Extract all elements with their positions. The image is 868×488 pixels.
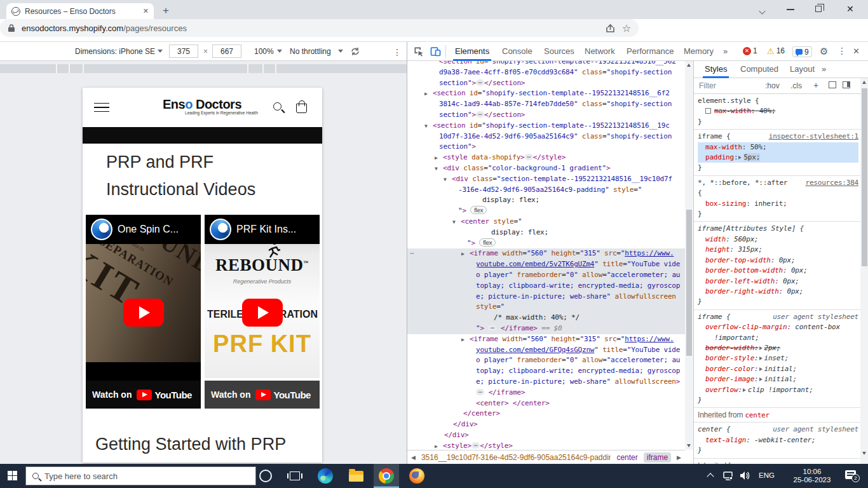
css-property[interactable]: padding:5px; [698, 152, 858, 163]
css-property[interactable]: border-top-width: 0px; [698, 255, 858, 266]
css-property[interactable]: border-bottom-width: 0px; [698, 266, 858, 276]
code-line[interactable]: </div> [407, 430, 685, 441]
css-property[interactable]: height: 315px; [698, 245, 858, 255]
share-icon[interactable] [606, 24, 616, 33]
code-line[interactable]: <section id="shopify-section-template--1… [407, 61, 685, 67]
code-line[interactable]: <center> </center> [407, 398, 685, 409]
code-line[interactable]: ▼<center style=" [407, 217, 685, 227]
issues-badge[interactable]: 9 [792, 46, 812, 57]
code-line[interactable]: e; picture-in-picture; web-share" allowf… [407, 377, 685, 388]
style-rule[interactable]: user agent stylesheetcenter {text-align:… [694, 423, 861, 458]
tab-layout[interactable]: Layout [788, 61, 817, 78]
node-menu-icon[interactable]: ⋯ [410, 248, 415, 259]
stylesheet-source-link[interactable]: user agent stylesheet [773, 424, 858, 435]
chrome-icon[interactable] [374, 464, 399, 488]
volume-icon[interactable] [740, 471, 750, 480]
watch-on-youtube-link[interactable]: Watch on YouTube [205, 381, 320, 409]
css-property[interactable]: max-width: 40%; [698, 106, 858, 116]
cortana-button[interactable] [253, 464, 278, 488]
collapse-arrow-icon[interactable]: ▼ [444, 175, 447, 186]
stylesheet-source-link[interactable]: resources:384 [806, 178, 859, 188]
youtube-embed-2[interactable]: REBOUND™ Regenerative Products TERILE P … [205, 215, 320, 409]
tab-sources[interactable]: Sources [542, 42, 576, 61]
code-line[interactable]: ▶<section id="shopify-section-template--… [407, 88, 685, 99]
device-toolbar-icon[interactable] [430, 46, 441, 57]
code-line[interactable]: d9a38-7aee-4cff-8f05-e70cdd93c684" class… [407, 67, 685, 78]
collapse-arrow-icon[interactable]: ▼ [452, 217, 456, 228]
code-line[interactable]: </div> [407, 419, 685, 430]
property-checkbox[interactable] [705, 108, 711, 114]
video2-title[interactable]: PRF Kit Ins... [236, 224, 296, 235]
css-property[interactable]: overflow-clip-margin: content-box [698, 322, 858, 332]
firefox-icon[interactable] [404, 464, 430, 488]
collapse-arrow-icon[interactable]: ▼ [424, 121, 428, 132]
cls-toggle[interactable]: .cls [790, 81, 802, 90]
hamburger-menu-icon[interactable] [94, 103, 109, 112]
code-line[interactable]: section">⋯</section> [407, 110, 685, 121]
watch-on-youtube-link[interactable]: Watch on YouTube [86, 381, 201, 409]
video1-title[interactable]: One Spin C... [118, 224, 179, 235]
channel-avatar[interactable] [91, 219, 112, 240]
error-badge[interactable]: ✕1 [743, 46, 757, 55]
elements-scrollbar[interactable] [685, 61, 693, 450]
code-line[interactable]: ▶<style data-shopify>⋯</style> [407, 152, 685, 163]
cart-bag-icon[interactable] [296, 104, 307, 113]
zoom-select[interactable]: 100% [254, 47, 274, 56]
new-tab-button[interactable]: + [163, 5, 169, 16]
stylesheet-source-link[interactable]: inspector-stylesheet:1 [769, 132, 858, 142]
devtools-menu-icon[interactable]: ⋮ [836, 42, 848, 61]
devtools-close-icon[interactable]: ✕ [851, 42, 862, 61]
css-property[interactable]: border-image:initial; [698, 374, 858, 384]
youtube-embed-1[interactable]: REBOUND Regenerative Products RP SEPARAT… [86, 215, 201, 409]
css-property[interactable]: border-width:2px; [698, 343, 858, 353]
sidebar-layout-icon[interactable] [843, 81, 850, 88]
sidebar-more-tabs-icon[interactable]: » [820, 61, 828, 78]
browser-tab[interactable]: Resources – Enso Doctors ✕ [6, 3, 154, 19]
collapse-arrow-icon[interactable]: ▼ [435, 164, 438, 175]
code-line[interactable]: display: flex; [407, 227, 685, 238]
expand-arrow-icon[interactable]: ▶ [461, 335, 465, 346]
window-close-button[interactable]: ✕ [846, 4, 854, 14]
device-width-input[interactable] [169, 44, 198, 58]
code-line[interactable]: toplay; clipboard-write; encrypted-media… [407, 366, 685, 377]
task-view-button[interactable] [282, 464, 308, 488]
tab-console[interactable]: Console [500, 42, 534, 61]
css-property[interactable]: border-right-width: 0px; [698, 287, 858, 297]
code-line[interactable]: ⋯ </iframe> [407, 388, 685, 398]
code-line[interactable]: -316e-4d52-9df6-905aa25164c9-padding" st… [407, 185, 685, 196]
code-line[interactable]: o player" frameborder="0" allow="acceler… [407, 355, 685, 366]
device-select[interactable]: Dimensions: iPhone SE [75, 47, 155, 56]
tab-styles[interactable]: Styles [703, 61, 729, 78]
start-button-icon[interactable] [8, 471, 17, 480]
tab-close-icon[interactable]: ✕ [143, 7, 149, 15]
stylesheet-source-link[interactable]: user agent stylesheet [773, 312, 858, 322]
styles-filter-input[interactable]: Filter [699, 81, 716, 90]
expand-arrow-icon[interactable]: ▶ [435, 442, 438, 450]
code-line[interactable]: section"> [407, 142, 685, 152]
styles-rules-list[interactable]: element.style {max-width: 40%;}inspector… [694, 94, 861, 464]
hidden-icons-chevron-icon[interactable] [707, 473, 714, 480]
devtools-settings-gear-icon[interactable]: ⚙ [818, 42, 830, 61]
breadcrumb-item[interactable]: 3516__19c10d7f-316e-4d52-9df6-905aa25164… [421, 453, 611, 462]
play-button[interactable] [242, 299, 283, 327]
play-button[interactable] [123, 299, 164, 327]
code-line[interactable]: "> flex [407, 206, 685, 217]
style-rule[interactable]: inspector-stylesheet:1iframe {max-width:… [694, 130, 861, 176]
css-property[interactable]: overflow:clip !important; [698, 385, 858, 395]
tab-performance[interactable]: Performance [625, 42, 675, 61]
more-tabs-icon[interactable]: » [721, 42, 729, 61]
expand-arrow-icon[interactable]: ▶ [461, 249, 465, 260]
styles-scrollbar[interactable] [860, 78, 868, 464]
style-rule[interactable]: resources:384*, *::before, *::after{box-… [694, 176, 861, 222]
code-line[interactable]: "> ⋯ </iframe> == $0 [407, 323, 685, 334]
hov-toggle[interactable]: :hov [765, 81, 780, 90]
taskbar-clock[interactable]: 10:06 25-06-2023 [787, 468, 837, 484]
breadcrumb-left-arrow-icon[interactable]: ◀ [411, 454, 416, 461]
css-property[interactable]: box-sizing: inherit; [698, 199, 858, 209]
css-property[interactable]: text-align: -webkit-center; [698, 435, 858, 445]
code-line[interactable]: 3814c-1ad9-44ab-857e-714feb7dde50" class… [407, 99, 685, 110]
new-style-rule-button[interactable]: + [813, 80, 818, 90]
code-line[interactable]: ▶<style>⋯</style> [407, 441, 685, 450]
tab-network[interactable]: Network [583, 42, 617, 61]
breadcrumb-right-arrow-icon[interactable]: ▶ [677, 454, 681, 461]
